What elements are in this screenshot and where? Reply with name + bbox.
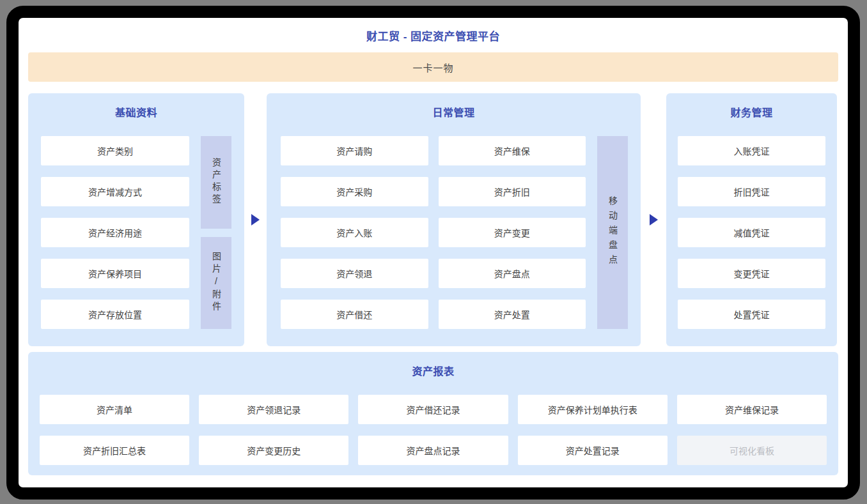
panel-asset-reports-title: 资产报表 [28, 366, 838, 378]
daily-items-column-1: 资产请购 资产采购 资产入账 资产领退 资产借还 [281, 136, 428, 329]
panel-daily-management-title: 日常管理 [267, 107, 641, 119]
module-card-asset-change: 资产变更 [439, 218, 586, 247]
module-card-depreciation-voucher: 折旧凭证 [678, 177, 825, 206]
panel-daily-management-body: 资产请购 资产采购 资产入账 资产领退 资产借还 资产维保 资产折旧 资产变更 … [267, 136, 641, 329]
banner-one-card-one-item: 一卡一物 [28, 52, 838, 82]
module-card-asset-issue-return: 资产领退 [281, 259, 428, 288]
report-card-maintenance-records: 资产维保记录 [677, 395, 827, 424]
panel-financial-management-title: 财务管理 [666, 107, 837, 119]
page-title: 财工贸 - 固定资产管理平台 [28, 29, 838, 45]
flow-arrow-gap-1 [244, 93, 267, 346]
module-card-asset-requisition: 资产请购 [281, 136, 428, 165]
panel-basic-data: 基础资料 资产类别 资产增减方式 资产经济用途 资产保养项目 资产存放位置 资产… [28, 93, 244, 346]
panel-basic-data-title: 基础资料 [28, 107, 244, 119]
report-card-depreciation-summary: 资产折旧汇总表 [40, 436, 189, 465]
vertical-tag-image-attachment: 图片/附件 [201, 237, 231, 330]
module-card-asset-storage-location: 资产存放位置 [41, 300, 189, 329]
device-frame: 财工贸 - 固定资产管理平台 一卡一物 基础资料 资产类别 资产增减方式 资产经… [6, 6, 860, 500]
report-card-visual-dashboard: 可视化看板 [677, 436, 827, 465]
module-card-entry-voucher: 入账凭证 [678, 136, 825, 165]
report-card-issue-return-records: 资产领退记录 [199, 395, 348, 424]
module-card-asset-maintenance: 资产维保 [439, 136, 586, 165]
panel-financial-management-body: 入账凭证 折旧凭证 减值凭证 变更凭证 处置凭证 [666, 136, 837, 329]
panel-asset-reports: 资产报表 资产清单 资产领退记录 资产借还记录 资产保养计划单执行表 资产维保记… [28, 352, 838, 475]
basic-tags-column: 资产标签 图片/附件 [201, 136, 231, 329]
platform-overview-page: 财工贸 - 固定资产管理平台 一卡一物 基础资料 资产类别 资产增减方式 资产经… [19, 18, 848, 487]
module-card-impairment-voucher: 减值凭证 [678, 218, 825, 247]
module-card-asset-economic-use: 资产经济用途 [41, 218, 189, 247]
daily-items-column-2: 资产维保 资产折旧 资产变更 资产盘点 资产处置 [439, 136, 586, 329]
module-card-asset-borrow-return: 资产借还 [281, 300, 428, 329]
flow-arrow-icon [251, 214, 260, 225]
report-card-inventory-records: 资产盘点记录 [358, 436, 508, 465]
module-card-asset-depreciation: 资产折旧 [439, 177, 586, 206]
report-card-maintenance-plan-execution: 资产保养计划单执行表 [518, 395, 668, 424]
report-card-disposal-records: 资产处置记录 [518, 436, 668, 465]
report-card-borrow-return-records: 资产借还记录 [358, 395, 508, 424]
module-card-change-voucher: 变更凭证 [678, 259, 825, 288]
report-card-asset-list: 资产清单 [40, 395, 189, 424]
module-card-asset-maintenance-item: 资产保养项目 [41, 259, 189, 288]
finance-items-column: 入账凭证 折旧凭证 减值凭证 变更凭证 处置凭证 [678, 136, 825, 329]
module-card-asset-inventory: 资产盘点 [439, 259, 586, 288]
flow-arrow-icon [650, 214, 658, 225]
panel-financial-management: 财务管理 入账凭证 折旧凭证 减值凭证 变更凭证 处置凭证 [666, 93, 837, 346]
module-card-disposal-voucher: 处置凭证 [678, 300, 825, 329]
basic-items-column: 资产类别 资产增减方式 资产经济用途 资产保养项目 资产存放位置 [41, 136, 189, 329]
module-card-asset-category: 资产类别 [41, 136, 189, 165]
module-card-asset-entry: 资产入账 [281, 218, 428, 247]
vertical-tag-asset-label: 资产标签 [201, 136, 231, 229]
module-card-asset-disposal: 资产处置 [439, 300, 586, 329]
main-sections-row: 基础资料 资产类别 资产增减方式 资产经济用途 资产保养项目 资产存放位置 资产… [28, 93, 838, 346]
module-card-asset-increase-decrease-method: 资产增减方式 [41, 177, 189, 206]
panel-daily-management: 日常管理 资产请购 资产采购 资产入账 资产领退 资产借还 资产维保 资产折旧 … [267, 93, 641, 346]
vertical-tag-mobile-inventory: 移动端盘点 [597, 136, 628, 329]
panel-basic-data-body: 资产类别 资产增减方式 资产经济用途 资产保养项目 资产存放位置 资产标签 图片… [28, 136, 244, 329]
flow-arrow-gap-2 [641, 93, 666, 346]
reports-grid: 资产清单 资产领退记录 资产借还记录 资产保养计划单执行表 资产维保记录 资产折… [28, 395, 838, 465]
report-card-change-history: 资产变更历史 [199, 436, 348, 465]
module-card-asset-purchase: 资产采购 [281, 177, 428, 206]
